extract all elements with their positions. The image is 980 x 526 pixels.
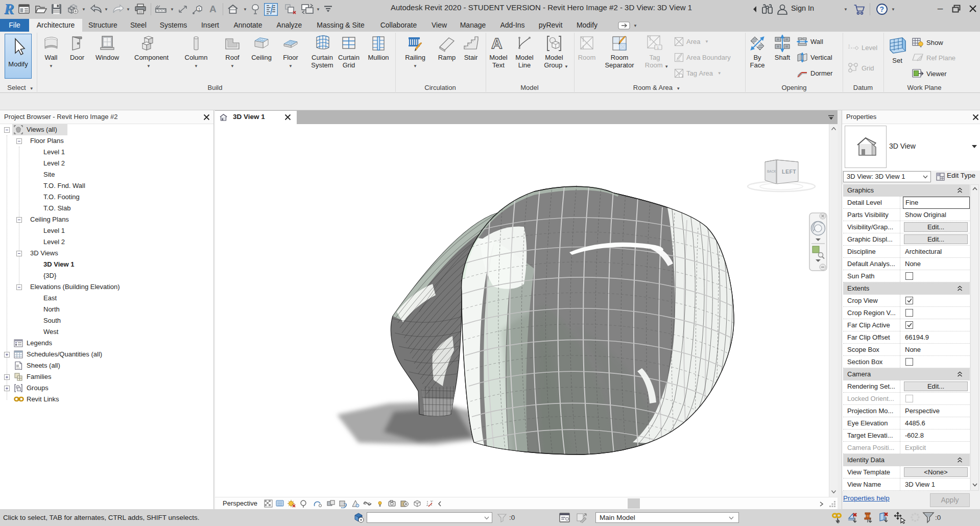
svg-text:1: 1: [657, 45, 659, 50]
svg-text:BACK: BACK: [767, 170, 776, 173]
svg-text:R: R: [4, 2, 14, 17]
svg-text:A: A: [209, 4, 217, 14]
svg-text:1: 1: [198, 7, 201, 12]
svg-text:1: 1: [848, 44, 850, 47]
svg-text:?: ?: [880, 5, 885, 13]
svg-text:A: A: [491, 35, 503, 52]
svg-text:LEFT: LEFT: [782, 169, 796, 175]
